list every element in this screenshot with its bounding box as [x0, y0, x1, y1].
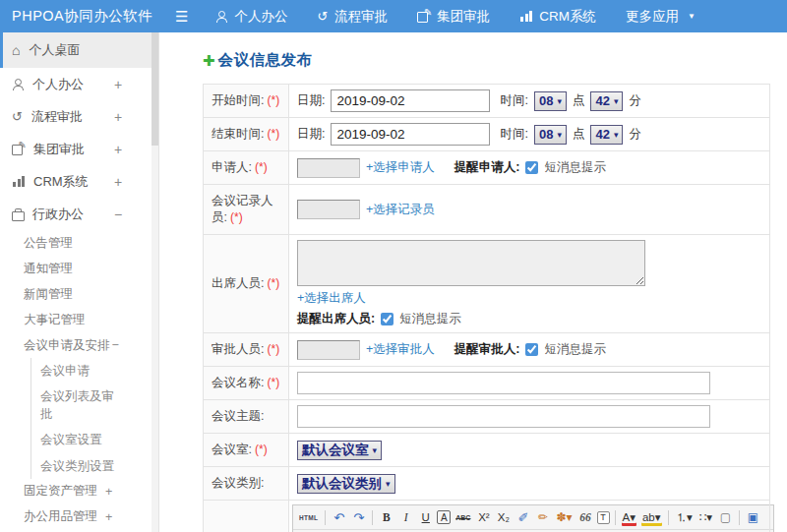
underline-icon[interactable]: U [417, 508, 434, 527]
sidebar-item-label: 会议列表及审批 [40, 387, 123, 423]
font-color-icon[interactable]: A▾ [621, 508, 637, 527]
editor-label-cell [204, 501, 289, 532]
menu-icon[interactable]: ☰ [175, 8, 188, 26]
sidebar-item-meeting-room-settings[interactable]: 会议室设置 [31, 427, 158, 452]
start-hour-select[interactable]: 08 [534, 91, 567, 111]
ordered-list-icon[interactable]: ⒈▾ [674, 508, 695, 527]
sidebar-item-workflow-approval[interactable]: ↺ 流程审批 + [0, 100, 158, 133]
blockquote-icon[interactable]: 66 [577, 508, 594, 527]
approver-input[interactable] [297, 340, 360, 360]
collapse-icon[interactable]: − [112, 338, 119, 352]
collapse-icon[interactable]: − [114, 207, 122, 222]
sidebar-item-admin-office[interactable]: 行政办公 − [0, 198, 158, 230]
page-title: ✚ 会议信息发布 [203, 50, 787, 71]
meeting-name-input[interactable] [297, 372, 710, 394]
nav-workflow-approval[interactable]: ↺ 流程审批 [317, 8, 388, 26]
meeting-submenu: 会议申请 会议列表及审批 会议室设置 会议类别设置 [30, 358, 158, 479]
expand-icon[interactable]: + [105, 510, 112, 524]
expand-icon[interactable]: + [105, 485, 112, 499]
nav-label: 流程审批 [334, 8, 388, 26]
format-brush-icon[interactable]: ✏ [534, 508, 551, 527]
nav-crm-system[interactable]: CRM系统 [519, 8, 596, 26]
strikethrough-icon[interactable]: ABC [454, 508, 472, 527]
font-box-icon[interactable]: A [437, 510, 451, 524]
hour-suffix: 点 [573, 126, 585, 143]
meeting-type-select[interactable]: 默认会议类别 [297, 474, 395, 494]
editor-toolbar-row1: HTML ↶ ↷ B I U A ABC X² X₂ ✐ [293, 505, 773, 530]
italic-icon[interactable]: I [397, 508, 414, 527]
new-page-icon[interactable]: ▢ [717, 508, 734, 527]
choose-approver-link[interactable]: +选择审批人 [366, 341, 435, 358]
attendees-sms-checkbox[interactable] [381, 313, 394, 325]
required-mark: (*) [267, 127, 279, 141]
sidebar-item-events-mgmt[interactable]: 大事记管理 [0, 307, 158, 332]
remind-attendees-label: 提醒出席人员: [297, 311, 375, 327]
approver-sms-checkbox[interactable] [525, 343, 538, 356]
sidebar-item-group-approval[interactable]: 集团审批 + [0, 133, 158, 165]
applicant-label-cell: 申请人:(*) [204, 151, 289, 185]
applicant-sms-checkbox[interactable] [525, 161, 538, 174]
row-meeting-type: 会议类别: 默认会议类别 [204, 467, 770, 501]
eraser-icon[interactable]: ✐ [515, 508, 531, 527]
sidebar-item-meeting-type-settings[interactable]: 会议类别设置 [31, 453, 158, 479]
sidebar-item-label: 会议申请及安排 [24, 337, 110, 354]
end-minute-select[interactable]: 42 [590, 125, 623, 145]
choose-applicant-link[interactable]: +选择申请人 [366, 159, 435, 176]
sidebar-item-crm-system[interactable]: CRM系统 + [0, 165, 158, 198]
expand-icon[interactable]: + [114, 109, 122, 125]
start-minute-select[interactable]: 42 [590, 91, 623, 111]
sidebar-item-personal-desktop[interactable]: ⌂ 个人桌面 [0, 32, 158, 68]
expand-icon[interactable]: + [114, 142, 122, 157]
meeting-type-label-cell: 会议类别: [204, 467, 289, 501]
sidebar-item-meeting-list-approval[interactable]: 会议列表及审批 [31, 384, 158, 427]
user-icon [215, 11, 227, 23]
start-date-input[interactable] [331, 89, 490, 112]
redo-icon[interactable]: ↷ [350, 508, 367, 527]
sidebar-item-fixed-assets[interactable]: 固定资产管理 + [0, 479, 158, 504]
end-date-input[interactable] [331, 123, 490, 146]
superscript-icon[interactable]: X² [475, 508, 492, 527]
sidebar-item-label: 集团审批 [33, 141, 85, 158]
choose-recorder-link[interactable]: +选择记录员 [366, 202, 435, 218]
meeting-topic-input[interactable] [297, 405, 710, 428]
sidebar-scrollbar[interactable] [151, 32, 158, 532]
html-source-icon[interactable]: HTML [297, 508, 320, 527]
sidebar-item-meeting-request[interactable]: 会议申请及安排 − [0, 332, 158, 358]
sidebar-item-label: 会议类别设置 [40, 457, 123, 475]
highlight-color-icon[interactable]: ab▾ [640, 508, 663, 527]
expand-icon[interactable]: + [114, 77, 122, 92]
sidebar-item-label: CRM系统 [33, 173, 89, 191]
nav-personal-office[interactable]: 个人办公 [215, 8, 287, 26]
meeting-name-label-cell: 会议名称:(*) [204, 367, 289, 400]
required-mark: (*) [230, 210, 243, 224]
sidebar-item-personal-office[interactable]: 个人办公 + [0, 68, 158, 100]
sidebar-item-news-mgmt[interactable]: 新闻管理 [0, 281, 158, 307]
scrollbar-thumb[interactable] [151, 32, 158, 146]
row-meeting-name: 会议名称:(*) [204, 367, 770, 400]
nav-label: 个人办公 [234, 8, 287, 26]
undo-icon[interactable]: ↶ [331, 508, 347, 527]
fullscreen-icon[interactable]: ▣ [745, 508, 761, 527]
subscript-icon[interactable]: X₂ [495, 508, 512, 527]
end-hour-select[interactable]: 08 [534, 125, 567, 145]
choose-attendees-link[interactable]: +选择出席人 [297, 290, 366, 307]
sidebar-item-office-supplies[interactable]: 办公用品管理 + [0, 504, 158, 530]
expand-icon[interactable]: + [114, 174, 122, 190]
sms-label: 短消息提示 [544, 159, 606, 176]
toolbar-separator [668, 510, 669, 525]
bold-icon[interactable]: B [378, 508, 394, 527]
meeting-room-select[interactable]: 默认会议室 [297, 441, 382, 460]
applicant-input[interactable] [297, 158, 360, 178]
paste-text-icon[interactable]: T [597, 511, 610, 524]
sidebar-item-meeting-apply[interactable]: 会议申请 [31, 358, 158, 384]
sidebar-item-notice-mgmt[interactable]: 通知管理 [0, 256, 158, 281]
unordered-list-icon[interactable]: ∷▾ [697, 508, 714, 527]
paint-icon[interactable]: ✽▾ [554, 508, 574, 527]
nav-group-approval[interactable]: 集团审批 [417, 8, 490, 26]
row-meeting-room: 会议室:(*) 默认会议室 [204, 434, 770, 467]
sidebar-item-announcement-mgmt[interactable]: 公告管理 [0, 230, 158, 256]
recorder-input[interactable] [297, 200, 360, 219]
attendees-textarea[interactable] [297, 240, 645, 286]
nav-more-apps[interactable]: 更多应用 ▼ [626, 8, 696, 26]
row-approver: 审批人员:(*) +选择审批人 提醒审批人: 短消息提示 [204, 333, 770, 367]
